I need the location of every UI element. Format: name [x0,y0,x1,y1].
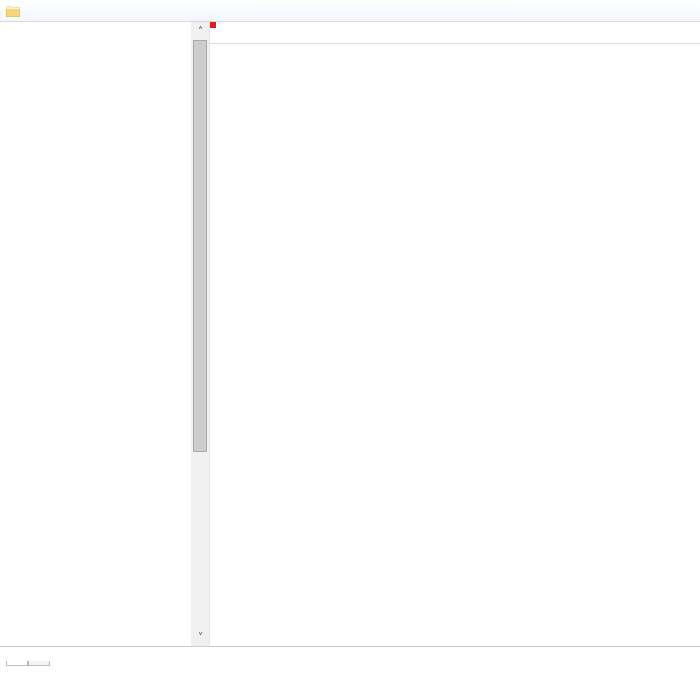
scroll-thumb[interactable] [193,40,207,452]
folder-icon [6,5,20,17]
scroll-track[interactable] [191,40,209,628]
view-tabs [6,662,50,667]
scroll-up-arrow[interactable]: ˄ [198,22,203,40]
details-pane: ˄ ˅ [0,22,210,646]
left-scrollbar[interactable]: ˄ ˅ [191,22,209,646]
main-area: ˄ ˅ [0,22,700,647]
column-headers [210,22,700,44]
title-bar [0,0,700,22]
tab-standard[interactable] [28,661,50,666]
settings-list-pane [210,22,700,646]
tab-extended[interactable] [6,661,28,666]
scroll-down-arrow[interactable]: ˅ [198,628,203,646]
